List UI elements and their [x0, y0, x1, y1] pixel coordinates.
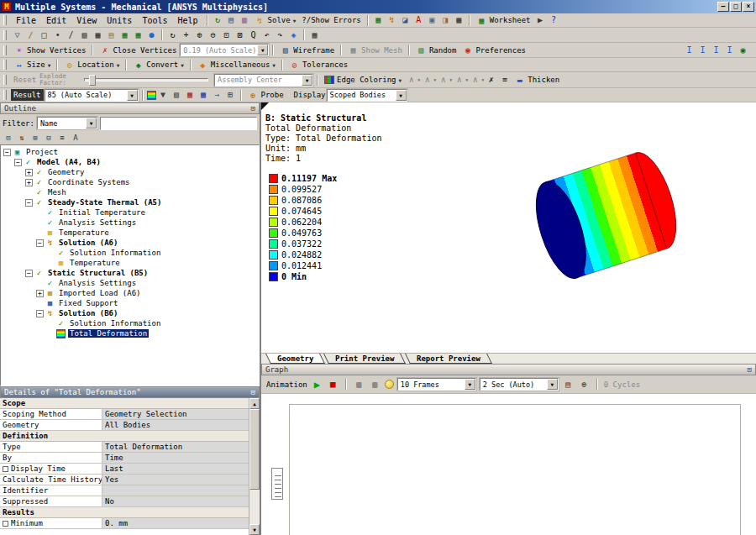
previous-view-icon[interactable]: ↶: [260, 29, 273, 41]
tree-item-static-structural-b5[interactable]: −✓Static Structural (B5): [1, 268, 259, 278]
frames-select[interactable]: 10 Frames ▼: [397, 378, 476, 391]
result-scale-select[interactable]: 85 (Auto Scale) ▼: [45, 89, 139, 102]
checkbox[interactable]: [3, 466, 8, 472]
maximize-button[interactable]: □: [730, 2, 742, 12]
pin-icon[interactable]: ⊡: [748, 365, 752, 374]
clipboard-copy-icon[interactable]: ▤: [105, 29, 118, 41]
pin-icon[interactable]: ⊡: [251, 104, 255, 113]
magnifier-icon[interactable]: Q: [247, 29, 260, 41]
collapse-all-icon[interactable]: ⊟: [43, 133, 55, 144]
filter-input[interactable]: [100, 117, 257, 130]
filter-icon[interactable]: ▽: [11, 29, 24, 41]
worksheet-button[interactable]: ▦ Worksheet: [474, 13, 533, 27]
details-value[interactable]: Total Deformation: [102, 442, 249, 452]
geometry-display-icon[interactable]: ▧: [171, 89, 183, 102]
wireframe-button[interactable]: ▧ Wireframe: [277, 44, 337, 57]
zoom-out-icon[interactable]: ⊖: [207, 29, 219, 41]
edit-pencil-icon[interactable]: ∕: [24, 29, 37, 41]
deformed-cylinder-model[interactable]: [532, 138, 687, 297]
annotation-icon[interactable]: A: [412, 14, 425, 27]
toolbar-grip[interactable]: [3, 15, 7, 25]
toolbar-grip[interactable]: [3, 45, 7, 55]
zoom-graph-icon[interactable]: ⊕: [578, 378, 591, 391]
tab-report-preview[interactable]: Report Preview: [405, 354, 492, 364]
show-details-icon[interactable]: ⊡: [3, 133, 14, 144]
toolbar-grip[interactable]: [3, 30, 7, 40]
tree-item-analysis-settings[interactable]: ✓Analysis Settings: [1, 218, 259, 228]
edge-direction-option[interactable]: ∧▼: [453, 74, 468, 87]
stop-icon[interactable]: ■: [327, 378, 339, 391]
tree-item-solution-information[interactable]: ✓Solution Information: [1, 248, 259, 258]
outline-header[interactable]: Outline ⊡: [0, 102, 260, 114]
chevron-down-icon[interactable]: ▼: [547, 379, 558, 390]
assembly-center-select[interactable]: Assembly Center ▼: [214, 74, 313, 87]
close-button[interactable]: ×: [743, 2, 754, 12]
scroll-down-icon[interactable]: ▼: [249, 524, 260, 535]
face-filter-icon[interactable]: ▧: [78, 29, 91, 41]
tolerances-button[interactable]: ⊘ Tolerances: [286, 58, 350, 71]
rotate-view-icon[interactable]: ↻: [166, 29, 179, 41]
expand-all-icon[interactable]: ⊞: [29, 133, 41, 144]
edge-direction-option[interactable]: ∧▼: [421, 74, 436, 87]
export-video-icon[interactable]: ▤: [562, 378, 575, 391]
reset-button[interactable]: Reset: [11, 73, 39, 87]
tree-expand-toggle[interactable]: −: [3, 149, 11, 156]
box-zoom-icon[interactable]: ⊡: [220, 29, 233, 41]
iso-view-icon[interactable]: ◈: [287, 29, 300, 41]
details-value[interactable]: 0. mm: [102, 518, 249, 528]
checkbox[interactable]: [3, 521, 8, 527]
edge-direction-option[interactable]: ∧▼: [437, 74, 452, 87]
graph-header[interactable]: Graph ⊡: [261, 364, 756, 375]
tree-expand-toggle[interactable]: +: [25, 179, 33, 186]
selection-info-icon[interactable]: ▦: [132, 29, 144, 41]
chevron-down-icon[interactable]: ▼: [86, 118, 97, 129]
tree-item-project[interactable]: −▣Project: [1, 147, 259, 157]
tree-item-solution-information[interactable]: ✓Solution Information: [1, 318, 259, 328]
graph-plot[interactable]: [289, 404, 741, 535]
location-button[interactable]: ⊙ Location ▼: [61, 58, 122, 71]
details-value[interactable]: No: [102, 496, 249, 506]
play-icon[interactable]: ▶: [311, 378, 323, 391]
tree-item-solution-b6[interactable]: −↯Solution (B6): [1, 308, 259, 318]
probe-button[interactable]: ⊕ Probe: [245, 88, 286, 102]
menu-help[interactable]: Help: [173, 15, 203, 26]
display-mode-select[interactable]: Scoped Bodies ▼: [327, 89, 407, 102]
solve-button[interactable]: ↯ Solve ▼: [252, 13, 299, 27]
duration-select[interactable]: 2 Sec (Auto) ▼: [480, 378, 559, 391]
edge-width-icon[interactable]: ≡: [498, 74, 511, 87]
next-view-icon[interactable]: ↷: [274, 29, 286, 41]
filter-type-select[interactable]: Name ▼: [37, 117, 97, 129]
tree-expand-toggle[interactable]: −: [36, 239, 44, 247]
tree-item-solution-a6[interactable]: −↯Solution (A6): [1, 238, 259, 248]
size-button[interactable]: ↔ Size ▼: [11, 58, 53, 71]
update-contours-icon[interactable]: ▥: [353, 378, 365, 391]
menu-units[interactable]: Units: [102, 15, 137, 26]
graph-chart-area[interactable]: [261, 394, 756, 535]
details-value[interactable]: [102, 485, 249, 496]
tree-expand-toggle[interactable]: −: [36, 310, 44, 317]
body-filter-icon[interactable]: ▩: [92, 29, 104, 41]
chevron-down-icon[interactable]: ▼: [465, 379, 475, 390]
pointer-mode-icon[interactable]: ▶: [534, 14, 547, 27]
solution-combo-icon[interactable]: ⊞: [224, 89, 237, 102]
pin-icon[interactable]: ⊡: [251, 388, 255, 396]
details-value[interactable]: All Bodies: [102, 420, 249, 430]
tree-item-model-a4-b4[interactable]: −✓Model (A4, B4): [1, 157, 259, 167]
menu-file[interactable]: File: [11, 15, 41, 26]
connections-icon[interactable]: ◉: [737, 44, 749, 56]
beam-section-icon[interactable]: I: [696, 44, 709, 56]
tab-print-preview[interactable]: Print Preview: [323, 354, 406, 364]
chevron-down-icon[interactable]: ▼: [257, 45, 268, 55]
tree-item-mesh[interactable]: ✓Mesh: [1, 187, 259, 197]
chevron-down-icon[interactable]: ▼: [302, 75, 312, 86]
sort-items-icon[interactable]: ⇅: [16, 133, 28, 144]
tree-item-initial-temperature[interactable]: ✓Initial Temperature: [1, 207, 259, 218]
report-chart-icon[interactable]: ▩: [453, 14, 465, 27]
min-annotation-icon[interactable]: ▦: [197, 89, 210, 102]
edge-direction-option[interactable]: ∧▼: [405, 74, 420, 87]
random-colors-button[interactable]: ▨ Random: [413, 44, 459, 57]
units-tag-icon[interactable]: ◨: [439, 14, 452, 27]
tree-item-total-deformation[interactable]: Total Deformation: [1, 328, 259, 338]
bolt-tool-icon[interactable]: ↯: [386, 14, 398, 27]
zoom-fit-icon[interactable]: ⊠: [234, 29, 246, 41]
